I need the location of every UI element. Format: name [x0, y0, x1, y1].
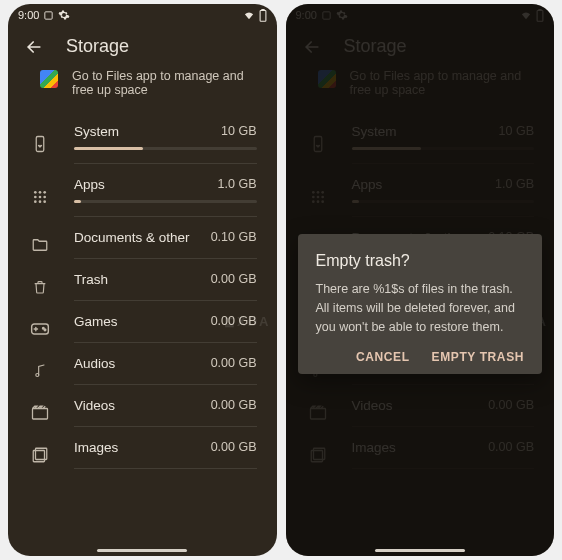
svg-rect-17 — [33, 408, 48, 419]
files-banner[interactable]: Go to Files app to manage and free up sp… — [8, 63, 277, 111]
row-label: Trash — [74, 272, 108, 287]
row-label: Documents & other — [74, 230, 190, 245]
header: Storage — [8, 26, 277, 63]
row-label: Apps — [74, 177, 105, 192]
row-size: 0.00 GB — [211, 356, 257, 371]
storage-row-images[interactable]: Images0.00 GB — [8, 427, 277, 469]
gear-icon — [58, 9, 70, 21]
images-icon — [28, 446, 52, 464]
banner-text: Go to Files app to manage and free up sp… — [72, 69, 257, 97]
row-size: 0.00 GB — [211, 440, 257, 455]
device-icon — [28, 135, 52, 153]
row-size: 1.0 GB — [218, 177, 257, 192]
storage-row-docs[interactable]: Documents & other0.10 GB — [8, 217, 277, 259]
storage-row-audios[interactable]: Audios0.00 GB — [8, 343, 277, 385]
usage-bar — [74, 147, 257, 150]
svg-point-10 — [34, 200, 37, 203]
gamepad-icon — [28, 322, 52, 336]
row-label: Audios — [74, 356, 115, 371]
page-title: Storage — [66, 36, 129, 57]
phone-right: 9:00 Storage — [286, 4, 555, 556]
phone-left: 9:00 Storage — [8, 4, 277, 556]
nav-handle[interactable] — [97, 549, 187, 552]
svg-rect-3 — [36, 137, 44, 152]
row-label: System — [74, 124, 119, 139]
dialog-title: Empty trash? — [316, 252, 525, 270]
svg-point-8 — [39, 196, 42, 199]
back-button[interactable] — [24, 37, 44, 57]
row-size: 0.00 GB — [211, 272, 257, 287]
svg-rect-2 — [261, 9, 263, 10]
storage-row-videos[interactable]: Videos0.00 GB — [8, 385, 277, 427]
music-icon — [28, 362, 52, 380]
row-label: Games — [74, 314, 118, 329]
svg-point-6 — [43, 191, 46, 194]
watermark: ⊑XDA — [224, 314, 270, 329]
status-time: 9:00 — [18, 9, 39, 21]
svg-point-4 — [34, 191, 37, 194]
cancel-button[interactable]: CANCEL — [356, 350, 410, 364]
svg-point-5 — [39, 191, 42, 194]
row-size: 0.10 GB — [211, 230, 257, 245]
storage-row-system[interactable]: System10 GB — [8, 111, 277, 164]
storage-row-apps[interactable]: Apps1.0 GB — [8, 164, 277, 217]
status-bar: 9:00 — [8, 4, 277, 26]
empty-trash-button[interactable]: EMPTY TRASH — [432, 350, 524, 364]
dialog-body: There are %1$s of files in the trash. Al… — [316, 280, 525, 336]
folder-icon — [28, 236, 52, 254]
row-label: Images — [74, 440, 118, 455]
svg-point-12 — [43, 200, 46, 203]
nav-handle[interactable] — [375, 549, 465, 552]
svg-rect-0 — [45, 11, 52, 18]
svg-point-15 — [44, 329, 46, 331]
wifi-icon — [242, 10, 256, 21]
files-app-icon — [40, 70, 58, 88]
row-label: Videos — [74, 398, 115, 413]
battery-icon — [259, 9, 267, 22]
svg-point-16 — [36, 373, 39, 376]
empty-trash-dialog: Empty trash? There are %1$s of files in … — [298, 234, 543, 374]
svg-point-11 — [39, 200, 42, 203]
recent-apps-icon — [43, 10, 54, 21]
svg-rect-1 — [260, 10, 266, 21]
video-icon — [28, 405, 52, 421]
svg-point-9 — [43, 196, 46, 199]
usage-bar — [74, 200, 257, 203]
svg-point-7 — [34, 196, 37, 199]
trash-icon — [28, 278, 52, 296]
storage-row-trash[interactable]: Trash0.00 GB — [8, 259, 277, 301]
row-size: 0.00 GB — [211, 398, 257, 413]
storage-list: System10 GBApps1.0 GBDocuments & other0.… — [8, 111, 277, 469]
row-size: 10 GB — [221, 124, 256, 139]
apps-icon — [28, 189, 52, 205]
